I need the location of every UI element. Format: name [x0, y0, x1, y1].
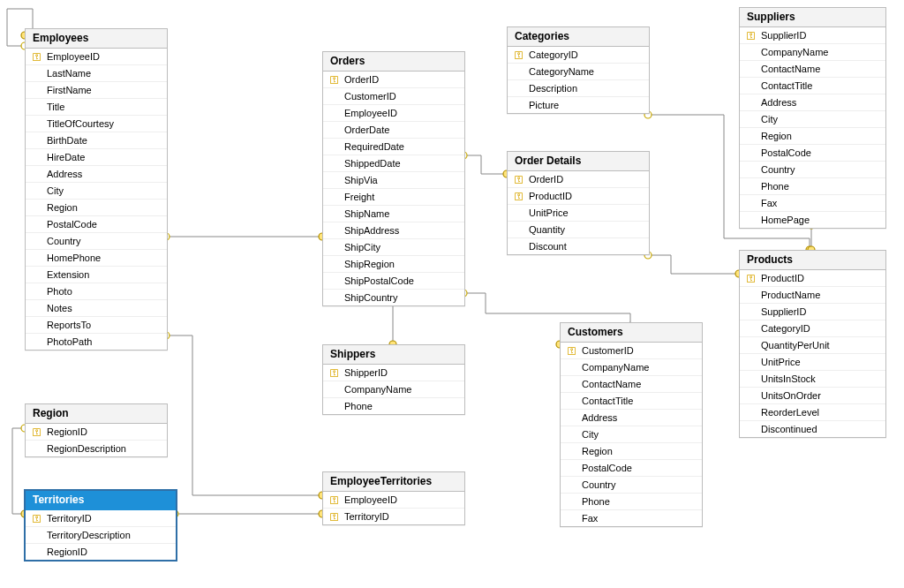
- column-row[interactable]: ·Phone: [561, 494, 702, 510]
- column-row[interactable]: ·Address: [740, 94, 885, 111]
- table-header[interactable]: Employees: [26, 29, 167, 49]
- column-row[interactable]: ·PhotoPath: [26, 334, 167, 350]
- column-row[interactable]: ·Description: [508, 80, 649, 97]
- column-row[interactable]: ·Country: [26, 233, 167, 250]
- column-row[interactable]: ·ShipPostalCode: [323, 273, 464, 290]
- column-row[interactable]: ·CustomerID: [323, 88, 464, 105]
- column-row[interactable]: ·Title: [26, 99, 167, 116]
- column-row[interactable]: ⚿ProductID: [508, 188, 649, 205]
- table-shippers[interactable]: Shippers⚿ShipperID·CompanyName·Phone: [322, 344, 465, 415]
- column-row[interactable]: ⚿CustomerID: [561, 343, 702, 359]
- column-row[interactable]: ·RequiredDate: [323, 139, 464, 155]
- column-row[interactable]: ⚿SupplierID: [740, 27, 885, 44]
- column-row[interactable]: ⚿EmployeeID: [323, 492, 464, 509]
- table-header[interactable]: Territories: [26, 491, 176, 510]
- column-row[interactable]: ·CompanyName: [561, 359, 702, 376]
- column-row[interactable]: ·City: [26, 183, 167, 200]
- column-row[interactable]: ·PostalCode: [561, 460, 702, 477]
- column-row[interactable]: ·ProductName: [740, 287, 885, 304]
- column-row[interactable]: ⚿ShipperID: [323, 365, 464, 381]
- column-row[interactable]: ·ShipAddress: [323, 222, 464, 239]
- column-row[interactable]: ⚿RegionID: [26, 424, 167, 441]
- table-suppliers[interactable]: Suppliers⚿SupplierID·CompanyName·Contact…: [739, 7, 886, 229]
- column-row[interactable]: ⚿OrderID: [508, 171, 649, 188]
- column-row[interactable]: ·Fax: [740, 195, 885, 212]
- table-employeeterr[interactable]: EmployeeTerritories⚿EmployeeID⚿Territory…: [322, 471, 465, 525]
- column-row[interactable]: ·Address: [26, 166, 167, 183]
- column-row[interactable]: ·CategoryName: [508, 64, 649, 80]
- table-header[interactable]: EmployeeTerritories: [323, 472, 464, 492]
- column-row[interactable]: ·UnitsOnOrder: [740, 388, 885, 404]
- column-row[interactable]: ⚿OrderID: [323, 72, 464, 88]
- column-row[interactable]: ·Phone: [740, 178, 885, 195]
- column-row[interactable]: ·RegionDescription: [26, 441, 167, 456]
- column-row[interactable]: ·Region: [561, 443, 702, 460]
- column-row[interactable]: ·Fax: [561, 510, 702, 526]
- column-row[interactable]: ·ShipVia: [323, 172, 464, 189]
- column-row[interactable]: ·OrderDate: [323, 122, 464, 139]
- column-row[interactable]: ·EmployeeID: [323, 105, 464, 122]
- column-row[interactable]: ·Country: [561, 477, 702, 494]
- column-row[interactable]: ·ContactName: [740, 61, 885, 78]
- column-row[interactable]: ·HireDate: [26, 149, 167, 166]
- column-row[interactable]: ·CompanyName: [323, 381, 464, 398]
- column-row[interactable]: ·Freight: [323, 189, 464, 206]
- column-row[interactable]: ·UnitPrice: [740, 354, 885, 371]
- table-employees[interactable]: Employees⚿EmployeeID·LastName·FirstName·…: [25, 28, 168, 351]
- column-row[interactable]: ⚿CategoryID: [508, 47, 649, 64]
- column-row[interactable]: ·PostalCode: [26, 216, 167, 233]
- column-row[interactable]: ·QuantityPerUnit: [740, 337, 885, 354]
- column-row[interactable]: ·HomePage: [740, 212, 885, 228]
- column-row[interactable]: ·TerritoryDescription: [26, 527, 176, 544]
- table-header[interactable]: Orders: [323, 52, 464, 72]
- column-row[interactable]: ⚿ProductID: [740, 270, 885, 287]
- table-customers[interactable]: Customers⚿CustomerID·CompanyName·Contact…: [560, 322, 703, 527]
- column-row[interactable]: ·ShippedDate: [323, 155, 464, 172]
- column-row[interactable]: ⚿TerritoryID: [323, 509, 464, 524]
- column-row[interactable]: ·ContactName: [561, 376, 702, 393]
- column-row[interactable]: ·Country: [740, 162, 885, 178]
- column-row[interactable]: ·CategoryID: [740, 320, 885, 337]
- table-orderdetails[interactable]: Order Details⚿OrderID⚿ProductID·UnitPric…: [507, 151, 650, 255]
- column-row[interactable]: ·RegionID: [26, 544, 176, 560]
- column-row[interactable]: ·ReportsTo: [26, 317, 167, 334]
- column-row[interactable]: ·Phone: [323, 398, 464, 414]
- column-row[interactable]: ·Extension: [26, 267, 167, 283]
- table-header[interactable]: Order Details: [508, 152, 649, 171]
- er-diagram-canvas[interactable]: Employees⚿EmployeeID·LastName·FirstName·…: [0, 0, 904, 588]
- column-row[interactable]: ·SupplierID: [740, 304, 885, 320]
- column-row[interactable]: ·ReorderLevel: [740, 404, 885, 421]
- table-header[interactable]: Shippers: [323, 345, 464, 365]
- column-row[interactable]: ·ShipCity: [323, 239, 464, 256]
- table-header[interactable]: Suppliers: [740, 8, 885, 27]
- column-row[interactable]: ·Discount: [508, 238, 649, 254]
- column-row[interactable]: ·UnitPrice: [508, 205, 649, 222]
- column-row[interactable]: ⚿TerritoryID: [26, 510, 176, 527]
- table-region[interactable]: Region⚿RegionID·RegionDescription: [25, 403, 168, 457]
- column-row[interactable]: ·ShipRegion: [323, 256, 464, 273]
- column-row[interactable]: ·Photo: [26, 283, 167, 300]
- column-row[interactable]: ·CompanyName: [740, 44, 885, 61]
- column-row[interactable]: ·HomePhone: [26, 250, 167, 267]
- column-row[interactable]: ·Notes: [26, 300, 167, 317]
- column-row[interactable]: ·BirthDate: [26, 132, 167, 149]
- column-row[interactable]: ·Quantity: [508, 222, 649, 238]
- column-row[interactable]: ·Address: [561, 410, 702, 426]
- column-row[interactable]: ⚿EmployeeID: [26, 49, 167, 65]
- table-orders[interactable]: Orders⚿OrderID·CustomerID·EmployeeID·Ord…: [322, 51, 465, 306]
- column-row[interactable]: ·ContactTitle: [561, 393, 702, 410]
- column-row[interactable]: ·Region: [740, 128, 885, 145]
- column-row[interactable]: ·Discontinued: [740, 421, 885, 437]
- table-header[interactable]: Products: [740, 251, 885, 270]
- table-header[interactable]: Categories: [508, 27, 649, 47]
- column-row[interactable]: ·ShipName: [323, 206, 464, 222]
- column-row[interactable]: ·FirstName: [26, 82, 167, 99]
- column-row[interactable]: ·City: [561, 426, 702, 443]
- column-row[interactable]: ·City: [740, 111, 885, 128]
- column-row[interactable]: ·LastName: [26, 65, 167, 82]
- column-row[interactable]: ·Region: [26, 200, 167, 216]
- table-territories[interactable]: Territories⚿TerritoryID·TerritoryDescrip…: [25, 490, 177, 561]
- column-row[interactable]: ·ContactTitle: [740, 78, 885, 94]
- table-header[interactable]: Customers: [561, 323, 702, 343]
- column-row[interactable]: ·UnitsInStock: [740, 371, 885, 388]
